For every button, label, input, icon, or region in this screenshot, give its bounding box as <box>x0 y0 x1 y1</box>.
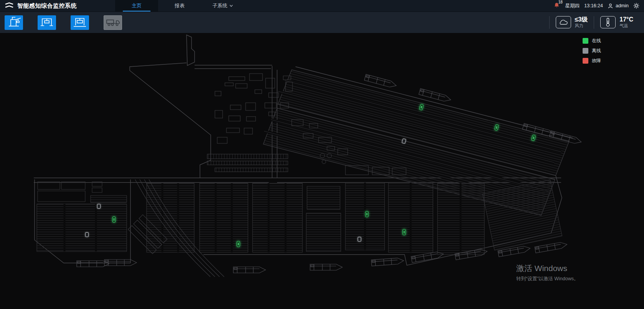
wind-value: ≤3级 <box>575 16 588 23</box>
tab-home-label: 主页 <box>132 0 142 12</box>
user-icon <box>608 3 613 9</box>
notifications-button[interactable]: 18 <box>554 2 561 9</box>
gantry-crane-icon <box>39 16 54 29</box>
temperature-value: 17°C <box>619 16 633 23</box>
brand: 智能感知综合监控系统 <box>0 0 81 12</box>
legend-swatch <box>583 48 588 54</box>
wind-widget: ≤3级 风力 <box>549 16 594 29</box>
gear-icon <box>633 3 639 9</box>
equipment-filter-group <box>5 15 122 30</box>
tab-home[interactable]: 主页 <box>115 0 158 12</box>
legend-item-online: 在线 <box>583 38 601 44</box>
equipment-button-gantry-crane[interactable] <box>38 15 56 30</box>
tab-subsystems[interactable]: 子系统 <box>201 0 244 12</box>
legend-item-fault: 故障 <box>583 58 601 64</box>
topbar-right: 18 星期四 13:16:24 admin <box>554 0 644 12</box>
legend-label-fault: 故障 <box>592 58 601 64</box>
equipment-button-quay-crane[interactable] <box>5 15 23 30</box>
device-marker-offline[interactable] <box>358 237 361 242</box>
app-title: 智能感知综合监控系统 <box>17 2 77 10</box>
equipment-toolbar: ≤3级 风力 17°C 气温 <box>0 12 644 33</box>
rail-crane-icon <box>72 16 88 29</box>
device-marker-offline[interactable] <box>97 204 101 209</box>
notification-count-badge: 18 <box>558 0 563 4</box>
watermark-line2: 转到“设置”以激活 Windows。 <box>516 276 579 282</box>
device-marker-online[interactable] <box>112 217 116 222</box>
device-marker-online[interactable] <box>237 241 240 247</box>
thermometer-icon <box>600 16 616 28</box>
device-marker-online[interactable] <box>403 229 406 235</box>
legend-label-offline: 离线 <box>592 48 601 54</box>
username: admin <box>616 3 629 8</box>
legend-swatch <box>583 38 588 44</box>
clock: 13:16:24 <box>584 3 603 8</box>
device-marker-online[interactable] <box>365 211 368 217</box>
temperature-widget: 17°C 气温 <box>594 16 639 29</box>
equipment-button-rail-crane[interactable] <box>71 15 89 30</box>
temperature-label: 气温 <box>619 23 633 29</box>
legend-item-offline: 离线 <box>583 48 601 54</box>
cloud-icon <box>556 16 571 28</box>
settings-button[interactable] <box>633 3 639 9</box>
equipment-button-truck[interactable] <box>104 15 122 30</box>
top-navbar: 智能感知综合监控系统 主页 报表 子系统 18 星期四 13:16:24 adm… <box>0 0 644 12</box>
wind-label: 风力 <box>575 23 588 29</box>
watermark-line1: 激活 Windows <box>516 263 579 274</box>
tab-reports[interactable]: 报表 <box>158 0 201 12</box>
windows-activation-watermark: 激活 Windows 转到“设置”以激活 Windows。 <box>516 263 579 282</box>
device-marker-offline[interactable] <box>85 232 89 237</box>
user-menu[interactable]: admin <box>608 3 629 9</box>
truck-icon <box>105 16 121 29</box>
app-logo-icon <box>5 2 14 10</box>
status-legend: 在线 离线 故障 <box>583 38 601 64</box>
tab-reports-label: 报表 <box>175 0 185 12</box>
map-canvas[interactable]: 在线 离线 故障 激活 Windows 转到“设置”以激活 Windows。 <box>0 33 644 309</box>
tab-subsystems-label: 子系统 <box>213 0 228 12</box>
weekday-label: 星期四 <box>565 3 580 9</box>
legend-label-online: 在线 <box>592 38 601 44</box>
legend-swatch <box>583 58 588 64</box>
chevron-down-icon <box>230 5 233 7</box>
quay-crane-icon <box>6 16 21 29</box>
weather-widget: ≤3级 风力 17°C 气温 <box>549 16 639 29</box>
main-nav: 主页 报表 子系统 <box>115 0 244 12</box>
